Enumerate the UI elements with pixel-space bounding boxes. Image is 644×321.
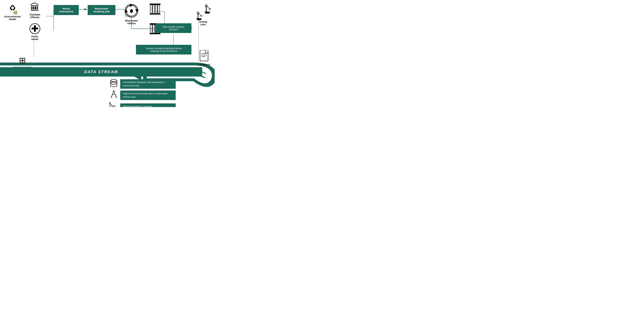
- public-health-label: Public Health: [25, 35, 45, 41]
- sample-storage-box: Sample storage/shipping/archiving (capac…: [136, 45, 192, 55]
- svg-rect-46: [198, 13, 198, 19]
- triangulation-label: Data triangulation & analysis: [120, 103, 176, 107]
- needs-assessment-box: Needs assessment: [54, 5, 79, 15]
- svg-point-56: [110, 80, 117, 82]
- svg-rect-28: [155, 5, 157, 14]
- svg-point-62: [116, 97, 117, 98]
- svg-rect-31: [150, 14, 160, 15]
- svg-point-44: [209, 9, 210, 10]
- diagram-container: ♻ 🌿 Environmental Health 🏛 City/State Of…: [0, 0, 215, 107]
- wastewater-utilities-label: Wastewater Utilities: [120, 19, 143, 25]
- svg-rect-37: [150, 33, 160, 34]
- env-health-label: Environmental Health: [2, 15, 23, 21]
- sample-storage-label: Sample storage/shipping/archiving (capac…: [146, 47, 182, 52]
- svg-rect-33: [153, 24, 154, 33]
- svg-line-50: [198, 13, 201, 16]
- compass-icon: [109, 90, 118, 100]
- svg-line-43: [206, 6, 210, 9]
- chart-icon: [109, 101, 118, 107]
- alignment-label: Alignment of community data to wastewate…: [120, 90, 176, 100]
- city-officials: 🏛 City/State Officials: [23, 2, 46, 19]
- community-data: ⊞ Community Data: [11, 56, 34, 69]
- cross-icon: ✚: [30, 23, 40, 34]
- data-bottom-section: Consolidated database with wastewater + …: [109, 79, 176, 107]
- svg-rect-48: [196, 19, 202, 19]
- svg-point-57: [110, 82, 117, 84]
- data-row-2: Alignment of community data to wastewate…: [109, 90, 176, 100]
- lab-report-icon: [199, 50, 209, 62]
- building-icon: 🏛: [30, 2, 40, 13]
- test-tubes-top-icon: [149, 4, 162, 18]
- public-health: ✚ Public Health: [25, 23, 45, 41]
- svg-point-51: [201, 15, 202, 17]
- city-officials-label: City/State Officials: [23, 13, 46, 19]
- water-cycle-icon: [124, 4, 139, 18]
- svg-rect-27: [153, 5, 154, 14]
- wastewater-sampling-box: Wastewater sampling plan: [88, 5, 116, 15]
- testing-labs: Testing Labs: [193, 4, 213, 26]
- svg-point-60: [113, 90, 114, 91]
- data-stream-bar: DATA STREAM: [0, 67, 202, 77]
- svg-rect-39: [206, 6, 206, 12]
- lab-report: Lab Report: [195, 50, 213, 66]
- database-icon: [109, 79, 118, 89]
- microscope-icon: [194, 4, 212, 22]
- svg-rect-26: [150, 5, 152, 14]
- leaf-icon: 🌿: [13, 11, 18, 15]
- env-health: ♻ 🌿 Environmental Health: [2, 4, 23, 21]
- svg-rect-29: [158, 5, 160, 14]
- needs-assessment-label: Needs assessment: [59, 7, 73, 13]
- svg-point-61: [111, 97, 112, 98]
- wastewater-utilities: Wastewater Utilities: [120, 4, 143, 25]
- test-tubes-top: [148, 4, 163, 19]
- svg-rect-30: [150, 4, 160, 5]
- data-stream-label: DATA STREAM: [84, 70, 118, 74]
- svg-line-59: [114, 91, 116, 97]
- svg-line-58: [111, 91, 114, 97]
- data-row-1: Consolidated database with wastewater + …: [109, 79, 176, 89]
- split-sample-box: Split-sample analysis (QA/QC): [156, 23, 192, 33]
- consolidated-db-label: Consolidated database with wastewater + …: [120, 79, 176, 89]
- wastewater-sampling-label: Wastewater sampling plan: [93, 7, 110, 13]
- svg-rect-41: [204, 12, 210, 12]
- lab-report-label: Lab Report: [195, 63, 213, 66]
- data-row-3: Data triangulation & analysis: [109, 101, 176, 107]
- svg-rect-42: [205, 12, 210, 14]
- svg-rect-49: [197, 19, 201, 20]
- grid-icon: ⊞: [19, 56, 26, 65]
- recycle-icon: ♻: [2, 4, 23, 12]
- svg-rect-32: [150, 24, 152, 33]
- split-sample-label: Split-sample analysis (QA/QC): [162, 26, 184, 31]
